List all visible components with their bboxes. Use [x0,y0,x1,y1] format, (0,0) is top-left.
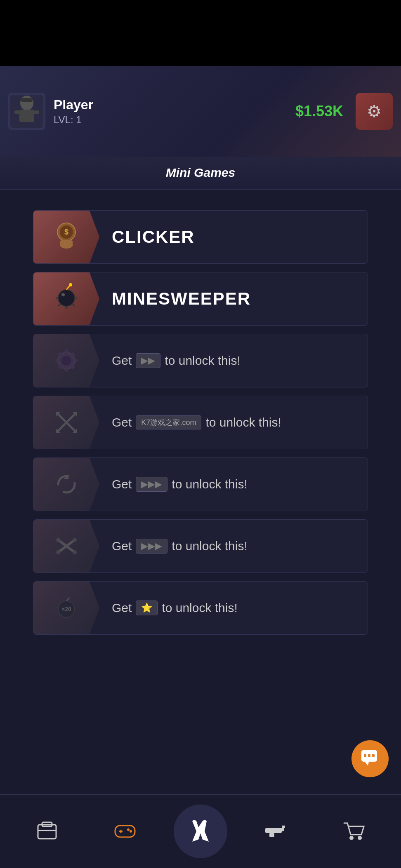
status-bar [0,0,401,66]
gamepad-icon [113,819,137,844]
game-item-minesweeper[interactable]: MINESWEEPER [33,272,368,326]
game-item-locked1: Get ▶▶ to unlock this! [33,334,368,387]
svg-point-20 [64,350,68,354]
locked1-icon [33,334,99,387]
vs-icon: VS [182,813,219,850]
svg-point-19 [61,356,71,366]
svg-text:VS: VS [196,830,205,837]
unlock-suffix-5: to unlock this! [162,601,237,615]
svg-marker-45 [365,762,369,766]
player-money: $1.53K [295,103,343,120]
svg-point-21 [64,368,68,372]
svg-rect-4 [14,110,20,114]
nav-item-inventory[interactable] [18,807,76,856]
svg-rect-60 [269,833,274,837]
svg-rect-61 [282,826,285,828]
svg-line-43 [66,598,69,601]
header: Player LVL: 1 $1.53K ⚙ [0,66,401,157]
nav-item-games[interactable] [96,807,154,856]
locked2-unlock-text: Get K7游戏之家.com to unlock this! [112,415,281,429]
svg-rect-47 [368,754,370,757]
svg-point-56 [130,830,132,833]
locked5-icon: ×20 [33,582,99,634]
minesweeper-label: MINESWEEPER [112,289,251,309]
unlock-badge-1: ▶▶ [136,353,160,368]
svg-point-23 [73,359,78,363]
unlock-get-label5: Get [112,601,132,615]
game-item-locked4: Get ▶▶▶ to unlock this! [33,519,368,573]
svg-rect-46 [364,754,366,757]
player-info: Player LVL: 1 [54,97,295,126]
svg-point-37 [56,538,60,542]
svg-rect-59 [276,828,284,831]
locked4-unlock-text: Get ▶▶▶ to unlock this! [112,539,248,554]
unlock-get-label: Get [112,354,132,368]
svg-text:×20: ×20 [61,606,71,612]
svg-line-15 [58,304,61,306]
svg-point-22 [55,359,59,363]
player-name: Player [54,97,295,113]
chat-button[interactable] [351,740,389,777]
svg-point-63 [358,836,362,840]
unlock-suffix-4: to unlock this! [172,539,247,553]
svg-line-10 [66,286,70,290]
svg-text:$: $ [64,228,68,236]
svg-rect-3 [19,110,34,122]
svg-point-38 [73,538,77,542]
svg-point-17 [61,293,65,296]
svg-point-55 [127,828,130,831]
svg-point-26 [58,365,62,369]
unlock-badge-2: K7游戏之家.com [136,415,201,429]
inventory-icon [35,819,59,844]
svg-point-39 [56,550,60,554]
svg-point-11 [69,283,72,286]
settings-button[interactable]: ⚙ [356,93,393,130]
svg-point-25 [71,352,75,357]
game-item-locked5: ×20 Get ⭐ to unlock this! [33,581,368,635]
player-avatar [8,93,45,130]
page-title: Mini Games [166,166,235,180]
game-item-clicker[interactable]: $ CLICKER [33,210,368,264]
locked5-unlock-text: Get ⭐ to unlock this! [112,601,238,615]
svg-rect-5 [33,110,39,114]
unlock-get-label2: Get [112,415,132,429]
minesweeper-icon [33,272,99,325]
locked4-icon [33,520,99,572]
unlock-badge-4: ▶▶▶ [136,539,167,554]
clicker-icon: $ [33,211,99,263]
unlock-suffix-3: to unlock this! [172,477,247,491]
svg-line-16 [72,304,75,306]
locked3-unlock-text: Get ▶▶▶ to unlock this! [112,477,248,492]
svg-point-62 [349,836,354,840]
svg-rect-48 [372,754,375,757]
svg-point-1 [20,96,33,110]
bottom-nav: VS [0,794,401,868]
svg-point-27 [71,365,75,369]
svg-point-40 [73,550,77,554]
unlock-suffix-2: to unlock this! [205,415,281,429]
svg-rect-2 [21,98,33,102]
unlock-suffix-1: to unlock this! [165,354,240,368]
svg-point-24 [58,352,62,357]
nav-item-vs[interactable]: VS [174,805,227,858]
unlock-get-label3: Get [112,477,132,491]
game-item-locked2: Get K7游戏之家.com to unlock this! [33,396,368,449]
game-item-locked3: Get ▶▶▶ to unlock this! [33,457,368,511]
nav-item-shop[interactable] [325,807,383,856]
clicker-label: CLICKER [112,227,195,247]
gun-icon [264,819,288,844]
locked2-icon [33,396,99,449]
game-list: $ CLICKER MINESWEEPE [0,190,401,651]
nav-item-weapons[interactable] [247,807,305,856]
player-level: LVL: 1 [54,114,295,126]
unlock-badge-5: ⭐ [136,601,158,615]
page-title-bar: Mini Games [0,157,401,190]
cart-icon [342,819,366,844]
locked3-icon [33,458,99,511]
unlock-badge-3: ▶▶▶ [136,477,167,492]
unlock-get-label4: Get [112,539,132,553]
locked1-unlock-text: Get ▶▶ to unlock this! [112,353,241,368]
